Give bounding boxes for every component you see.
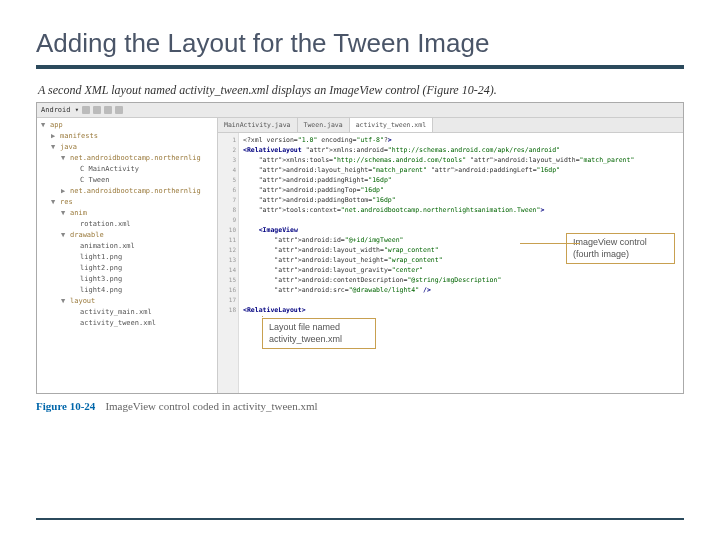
tree-row: light1.png <box>41 252 213 263</box>
callout-line <box>520 243 580 244</box>
tree-row: C MainActivity <box>41 164 213 175</box>
editor-tabbar: MainActivity.javaTween.javaactivity_twee… <box>218 118 683 133</box>
tree-row: ▼drawable <box>41 230 213 241</box>
footer-rule <box>36 518 684 520</box>
tree-row: rotation.xml <box>41 219 213 230</box>
ide-screenshot: Android ▾ ▼app▶manifests▼java▼net.androi… <box>36 102 684 394</box>
editor-tab: activity_tween.xml <box>350 118 433 132</box>
ide-toolbar: Android ▾ <box>37 103 683 118</box>
tree-row: light2.png <box>41 263 213 274</box>
tree-row: ▼net.androidbootcamp.northernlig <box>41 153 213 164</box>
tree-row: light4.png <box>41 285 213 296</box>
intro-caption: A second XML layout named activity_tween… <box>38 83 684 98</box>
tree-row: animation.xml <box>41 241 213 252</box>
callout-line <box>262 316 263 317</box>
tree-row: ▼layout <box>41 296 213 307</box>
figure-label: Figure 10-24ImageView control coded in a… <box>36 400 684 412</box>
callout-imageview: ImageView control(fourth image) <box>566 233 675 264</box>
tree-row: ▼anim <box>41 208 213 219</box>
editor-tab: MainActivity.java <box>218 118 298 132</box>
toolbar-icon <box>93 106 101 114</box>
tree-row: ▼res <box>41 197 213 208</box>
tree-row: activity_main.xml <box>41 307 213 318</box>
line-gutter: 123456789101112131415161718 <box>218 133 239 394</box>
callout-layoutfile: Layout file namedactivity_tween.xml <box>262 318 376 349</box>
editor-tab: Tween.java <box>298 118 350 132</box>
tree-row: C Tween <box>41 175 213 186</box>
toolbar-icon <box>82 106 90 114</box>
tree-row: activity_tween.xml <box>41 318 213 329</box>
toolbar-icon <box>115 106 123 114</box>
title-rule <box>36 65 684 69</box>
tree-row: ▶net.androidbootcamp.northernlig <box>41 186 213 197</box>
android-label: Android ▾ <box>41 106 79 114</box>
toolbar-icon <box>104 106 112 114</box>
tree-row: light3.png <box>41 274 213 285</box>
slide-title: Adding the Layout for the Tween Image <box>36 28 684 59</box>
tree-row: ▶manifests <box>41 131 213 142</box>
project-tree-pane: ▼app▶manifests▼java▼net.androidbootcamp.… <box>37 118 218 394</box>
tree-row: ▼java <box>41 142 213 153</box>
tree-row: ▼app <box>41 120 213 131</box>
